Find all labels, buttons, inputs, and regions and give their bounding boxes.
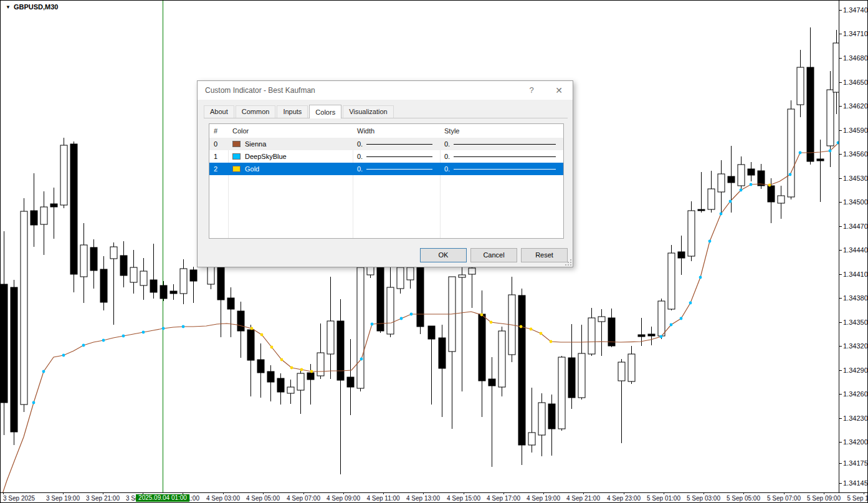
- candle[interactable]: [568, 324, 575, 409]
- candle[interactable]: [817, 140, 824, 202]
- candle[interactable]: [21, 198, 27, 412]
- candle[interactable]: [190, 267, 197, 303]
- candle[interactable]: [698, 172, 705, 213]
- indicator-colors-table[interactable]: #ColorWidthStyle0Sienna0.0.1DeepSkyBlue0…: [209, 123, 564, 239]
- dialog-titlebar[interactable]: Custom Indicator - Best Kaufman ? ✕: [198, 81, 573, 100]
- candle[interactable]: [297, 368, 304, 414]
- candle[interactable]: [489, 357, 495, 467]
- candle[interactable]: [327, 277, 334, 379]
- candle[interactable]: [11, 280, 17, 445]
- candle[interactable]: [180, 259, 187, 304]
- candle[interactable]: [678, 236, 685, 275]
- candle[interactable]: [347, 339, 354, 415]
- candle[interactable]: [459, 262, 465, 391]
- candle[interactable]: [797, 50, 804, 117]
- column-header-color[interactable]: Color: [228, 124, 353, 138]
- symbol-timeframe-label[interactable]: ▼ GBPUSD,M30: [6, 3, 58, 11]
- candle[interactable]: [247, 325, 254, 396]
- candle[interactable]: [827, 71, 834, 167]
- candle[interactable]: [518, 289, 525, 465]
- candle[interactable]: [469, 262, 475, 308]
- time-axis[interactable]: 3 Sep 20253 Sep 19:003 Sep 21:003 Sep 23…: [1, 492, 868, 503]
- tab-colors[interactable]: Colors: [309, 105, 341, 118]
- candle[interactable]: [508, 277, 515, 362]
- candle[interactable]: [80, 223, 87, 303]
- close-icon[interactable]: ✕: [550, 84, 568, 97]
- tab-common[interactable]: Common: [236, 105, 276, 118]
- candle[interactable]: [41, 191, 47, 255]
- candle[interactable]: [718, 160, 725, 213]
- candle[interactable]: [688, 201, 695, 261]
- column-header-index[interactable]: #: [209, 124, 228, 138]
- symbol-dropdown-icon[interactable]: ▼: [6, 4, 11, 10]
- candle[interactable]: [417, 265, 424, 334]
- candle[interactable]: [377, 264, 384, 333]
- candle[interactable]: [598, 309, 605, 356]
- candle[interactable]: [90, 239, 97, 289]
- candle[interactable]: [407, 266, 414, 289]
- color-row-gold[interactable]: 2Gold0.0.: [209, 163, 563, 175]
- candle[interactable]: [1, 231, 7, 435]
- resize-grip-icon[interactable]: [565, 259, 571, 266]
- candle[interactable]: [618, 359, 625, 443]
- candle[interactable]: [70, 141, 77, 292]
- candle[interactable]: [257, 343, 264, 398]
- tab-visualization[interactable]: Visualization: [343, 105, 394, 118]
- candle[interactable]: [449, 277, 455, 429]
- candle[interactable]: [100, 256, 107, 310]
- candle[interactable]: [287, 380, 294, 404]
- ok-button[interactable]: OK: [420, 248, 467, 262]
- candle[interactable]: [558, 356, 565, 431]
- cancel-button[interactable]: Cancel: [470, 248, 517, 262]
- help-button[interactable]: ?: [523, 84, 540, 97]
- candle[interactable]: [748, 162, 755, 181]
- color-row-sienna[interactable]: 0Sienna0.0.: [209, 138, 563, 150]
- candle[interactable]: [110, 242, 117, 325]
- candle[interactable]: [788, 100, 794, 199]
- candle[interactable]: [498, 327, 505, 396]
- candle[interactable]: [588, 308, 595, 356]
- candle[interactable]: [50, 188, 57, 239]
- price-axis[interactable]: 1.347401.347101.346801.346501.346201.345…: [839, 1, 868, 492]
- candle[interactable]: [227, 287, 234, 337]
- candle[interactable]: [538, 393, 545, 456]
- candle[interactable]: [728, 146, 735, 213]
- candle[interactable]: [237, 302, 244, 358]
- column-header-style[interactable]: Style: [440, 124, 563, 138]
- candle[interactable]: [479, 290, 485, 417]
- candle[interactable]: [160, 281, 167, 301]
- column-header-width[interactable]: Width: [353, 124, 440, 138]
- candle[interactable]: [130, 250, 137, 294]
- candle[interactable]: [60, 138, 67, 208]
- candle[interactable]: [578, 325, 585, 400]
- candle[interactable]: [170, 284, 177, 300]
- candle[interactable]: [267, 365, 274, 401]
- candle[interactable]: [439, 325, 446, 417]
- candle[interactable]: [668, 245, 675, 310]
- candle[interactable]: [608, 309, 615, 347]
- candle[interactable]: [628, 346, 635, 384]
- candle[interactable]: [648, 327, 655, 345]
- candle[interactable]: [337, 299, 344, 474]
- candle[interactable]: [140, 258, 147, 300]
- candle[interactable]: [778, 186, 785, 219]
- candle[interactable]: [548, 395, 555, 456]
- candle[interactable]: [807, 27, 814, 165]
- candle[interactable]: [120, 241, 127, 287]
- candle[interactable]: [317, 323, 324, 379]
- color-row-deepskyblue[interactable]: 1DeepSkyBlue0.0.: [209, 150, 563, 163]
- candle[interactable]: [277, 373, 284, 405]
- candle[interactable]: [150, 244, 157, 299]
- candle[interactable]: [387, 262, 394, 337]
- candle[interactable]: [758, 164, 765, 189]
- candle[interactable]: [528, 388, 535, 453]
- tab-inputs[interactable]: Inputs: [277, 105, 308, 118]
- candle[interactable]: [708, 171, 715, 213]
- tab-about[interactable]: About: [204, 105, 234, 118]
- reset-button[interactable]: Reset: [521, 248, 568, 262]
- candle[interactable]: [397, 265, 404, 294]
- candle[interactable]: [31, 173, 37, 247]
- candle[interactable]: [738, 156, 745, 189]
- candle[interactable]: [217, 262, 224, 337]
- candle[interactable]: [357, 266, 364, 391]
